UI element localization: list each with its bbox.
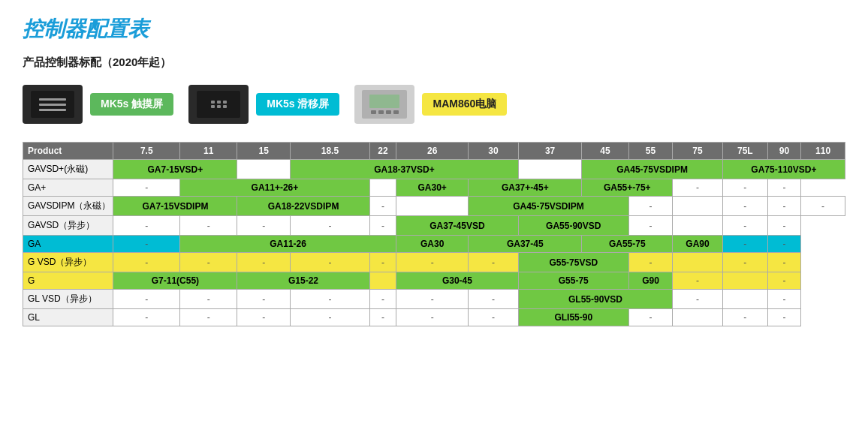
- table-cell: GA18-37VSD+: [291, 160, 519, 179]
- header-col-55: 55: [628, 143, 673, 160]
- table-cell: -: [180, 216, 237, 236]
- table-cell: G90: [628, 272, 673, 290]
- table-cell: GA7-15VSD+: [113, 160, 237, 179]
- table-body: GAVSD+(永磁)GA7-15VSD+GA18-37VSD+GA45-75VS…: [23, 160, 845, 326]
- table-cell: [369, 272, 396, 290]
- table-cell: GA30: [396, 236, 469, 253]
- header-col-110: 110: [801, 143, 845, 160]
- table-cell: [673, 253, 723, 272]
- header-col-75: 75: [673, 143, 723, 160]
- table-cell: GA11+-26+: [180, 179, 370, 197]
- table-cell: -: [369, 197, 396, 216]
- table-cell: -: [113, 290, 180, 309]
- table-cell: -: [767, 197, 800, 216]
- table-cell: -: [291, 216, 370, 236]
- table-cell: -: [767, 272, 800, 290]
- table-cell: -: [396, 253, 469, 272]
- header-product: Product: [23, 143, 113, 160]
- header-col-26: 26: [396, 143, 469, 160]
- table-cell: -: [237, 290, 291, 309]
- header-col-15: 15: [237, 143, 291, 160]
- dot: [223, 105, 227, 108]
- table-cell: -: [628, 309, 673, 326]
- table-cell: -: [801, 197, 845, 216]
- table-cell: -: [113, 309, 180, 326]
- table-cell: [673, 216, 723, 236]
- dot: [211, 105, 215, 108]
- table-cell: -: [722, 236, 767, 253]
- table-cell: -: [469, 253, 519, 272]
- table-cell: -: [722, 197, 767, 216]
- header-col-30: 30: [469, 143, 519, 160]
- table-cell: [722, 290, 767, 309]
- table-cell: -: [396, 309, 469, 326]
- table-cell: -: [180, 309, 237, 326]
- header-col-11: 11: [180, 143, 237, 160]
- row-label-gavsd-plus: GAVSD+(永磁): [23, 160, 113, 179]
- table-cell: GA30+: [396, 179, 469, 197]
- row-label-gl: GL: [23, 309, 113, 326]
- table-cell: GLI55-90: [518, 309, 628, 326]
- dot: [217, 105, 221, 108]
- table-row-glvsd-async: GL VSD（异步）-------GL55-90VSD--: [23, 290, 845, 309]
- table-cell: -: [291, 253, 370, 272]
- mk5s-slide-image: [188, 85, 249, 124]
- mam-btn-3: [386, 110, 391, 114]
- table-cell: GA7-15VSDIPM: [113, 197, 237, 216]
- table-cell: GA37+-45+: [469, 179, 582, 197]
- table-cell: [722, 272, 767, 290]
- row-label-gavsd-async: GAVSD（异步）: [23, 216, 113, 236]
- table-cell: -: [469, 309, 519, 326]
- row-label-glvsd-async: GL VSD（异步）: [23, 290, 113, 309]
- table-cell: -: [722, 309, 767, 326]
- table-cell: -: [767, 309, 800, 326]
- dot-row-2: [211, 105, 227, 108]
- row-label-g: G: [23, 272, 113, 290]
- mam-btn-4: [393, 110, 399, 114]
- table-cell: G30-45: [396, 272, 519, 290]
- row-label-gvsd-async: G VSD（异步）: [23, 253, 113, 272]
- screen-lines: [39, 98, 66, 111]
- device-row: MK5s 触摸屏 MK5s 滑移屏: [23, 85, 845, 124]
- table-row-gavsdipm: GAVSDIPM（永磁）GA7-15VSDIPMGA18-22VSDIPM-GA…: [23, 197, 845, 216]
- header-col-45: 45: [582, 143, 628, 160]
- table-cell: -: [369, 309, 396, 326]
- table-cell: GA37-45: [469, 236, 582, 253]
- table-cell: -: [369, 253, 396, 272]
- mk5s-touch-screen: [31, 91, 74, 118]
- table-cell: -: [767, 179, 800, 197]
- config-table: Product7.5111518.52226303745557575L90110…: [23, 142, 845, 326]
- table-cell: -: [722, 216, 767, 236]
- table-cell: GL55-90VSD: [518, 290, 672, 309]
- row-label-ga-plus: GA+: [23, 179, 113, 197]
- table-cell: G7-11(C55): [113, 272, 237, 290]
- mam-inner: [362, 90, 407, 119]
- table-cell: -: [767, 236, 800, 253]
- table-cell: GA90: [673, 236, 723, 253]
- table-cell: [237, 160, 291, 179]
- table-cell: -: [180, 253, 237, 272]
- page-title: 控制器配置表: [23, 15, 845, 44]
- table-cell: -: [113, 216, 180, 236]
- table-cell: GA45-75VSDIPM: [582, 160, 722, 179]
- table-cell: -: [628, 216, 673, 236]
- header-col-7.5: 7.5: [113, 143, 180, 160]
- table-cell: G15-22: [237, 272, 369, 290]
- table-cell: -: [291, 290, 370, 309]
- table-cell: -: [369, 216, 396, 236]
- table-cell: -: [291, 309, 370, 326]
- device-mk5s-touch: MK5s 触摸屏: [23, 85, 173, 124]
- mam-btn-2: [378, 110, 384, 114]
- table-cell: -: [113, 179, 180, 197]
- header-col-75L: 75L: [722, 143, 767, 160]
- table-row-ga-plus: GA+-GA11+-26+GA30+GA37+-45+GA55+-75+---: [23, 179, 845, 197]
- table-cell: G55-75VSD: [518, 253, 628, 272]
- mam-screen: [369, 95, 399, 108]
- slide-screen-dots: [211, 101, 227, 108]
- dot: [223, 101, 227, 104]
- table-cell: -: [673, 179, 723, 197]
- mam860-image: [354, 85, 414, 124]
- screen-line-1: [39, 98, 66, 101]
- table-cell: -: [237, 216, 291, 236]
- table-cell: -: [113, 253, 180, 272]
